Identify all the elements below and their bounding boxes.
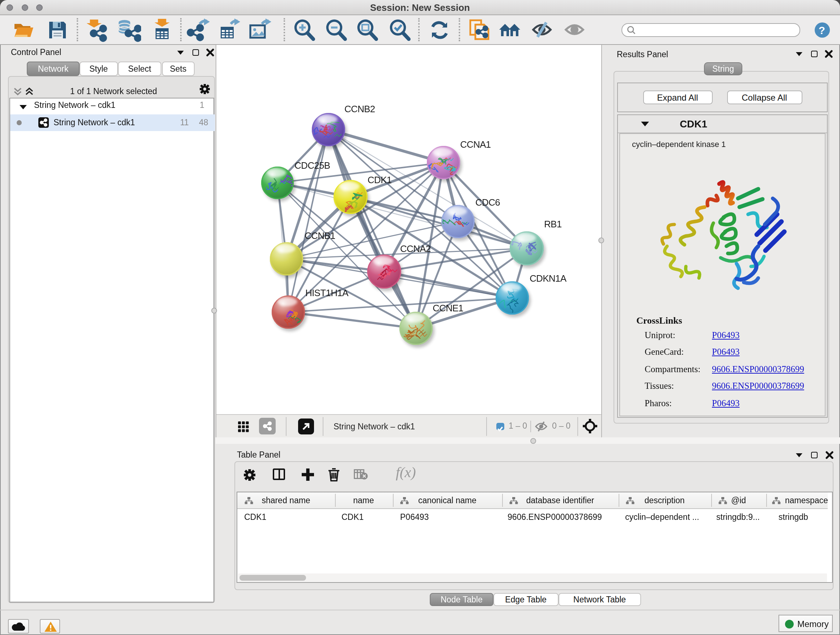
svg-text:CCNB2: CCNB2	[344, 103, 375, 114]
svg-text:CCNA1: CCNA1	[460, 139, 491, 149]
svg-text:CDC6: CDC6	[475, 196, 500, 207]
svg-text:CCNA2: CCNA2	[400, 243, 431, 254]
svg-text:CCNB1: CCNB1	[305, 230, 335, 241]
svg-text:CDC25B: CDC25B	[294, 160, 330, 171]
svg-text:CDKN1A: CDKN1A	[530, 272, 567, 283]
svg-text:HIST1H1A: HIST1H1A	[305, 287, 349, 298]
svg-text:CCNE1: CCNE1	[433, 302, 463, 313]
svg-text:RB1: RB1	[544, 218, 562, 229]
svg-text:CDK1: CDK1	[368, 174, 392, 185]
